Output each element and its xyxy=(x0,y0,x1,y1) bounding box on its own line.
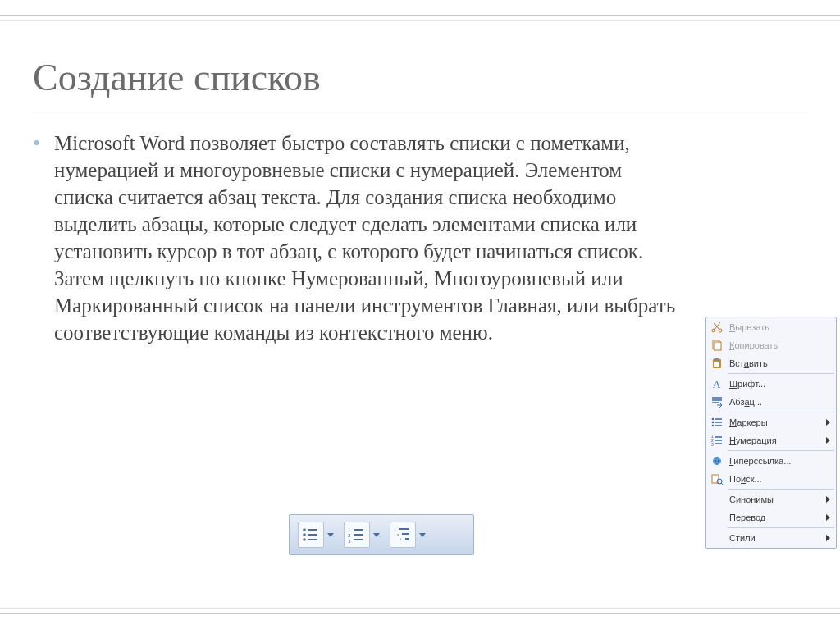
dropdown-arrow-icon[interactable] xyxy=(373,533,380,537)
svg-text:3: 3 xyxy=(348,538,351,545)
menu-label: Маркеры xyxy=(729,417,821,427)
svg-text:3: 3 xyxy=(711,442,714,447)
menu-label: Абзац... xyxy=(729,397,833,407)
slide: Создание списков Microsoft Word позволяе… xyxy=(0,0,840,629)
menu-separator xyxy=(728,527,834,528)
blank-icon xyxy=(710,510,724,525)
title-underline xyxy=(33,112,807,112)
list-toolbar: 1231ai xyxy=(289,514,474,555)
menu-label: Нумерация xyxy=(729,435,821,445)
bulleted-list-icon xyxy=(298,522,324,548)
context-menu: ВырезатьКопироватьВставитьAШрифт...Абзац… xyxy=(705,317,837,549)
svg-point-18 xyxy=(303,533,306,536)
submenu-arrow-icon xyxy=(826,437,830,444)
submenu-arrow-icon xyxy=(826,514,830,521)
menu-item-вставить[interactable]: Вставить xyxy=(706,354,836,372)
dropdown-arrow-icon[interactable] xyxy=(419,533,426,537)
menu-separator xyxy=(728,489,834,490)
paragraph-icon xyxy=(710,394,724,409)
slide-title: Создание списков xyxy=(33,56,321,99)
menu-separator xyxy=(728,450,834,451)
menu-label: Вставить xyxy=(729,358,833,368)
bullets-icon xyxy=(710,415,724,430)
svg-point-19 xyxy=(303,538,306,541)
svg-text:A: A xyxy=(713,378,721,390)
decorative-rule-bottom xyxy=(0,608,840,614)
menu-item-синонимы[interactable]: Синонимы xyxy=(706,490,836,508)
svg-rect-5 xyxy=(714,358,719,361)
bulleted-list-button[interactable] xyxy=(298,520,334,549)
svg-text:i: i xyxy=(400,537,402,541)
bullet-list: Microsoft Word позволяет быстро составля… xyxy=(33,130,681,346)
blank-icon xyxy=(710,492,724,507)
svg-point-9 xyxy=(712,422,714,424)
svg-point-17 xyxy=(303,528,306,531)
font-icon: A xyxy=(710,376,724,391)
menu-separator xyxy=(728,373,834,374)
numbered-list-button[interactable]: 123 xyxy=(344,520,380,549)
blank-icon xyxy=(710,531,724,545)
submenu-arrow-icon xyxy=(826,419,830,426)
numbering-icon: 123 xyxy=(710,433,724,448)
menu-separator xyxy=(728,412,834,412)
menu-item-гиперссылка[interactable]: Гиперссылка... xyxy=(706,452,836,470)
svg-text:a: a xyxy=(397,532,399,536)
menu-item-перевод[interactable]: Перевод xyxy=(706,508,836,526)
svg-rect-3 xyxy=(714,342,721,350)
decorative-rule-top xyxy=(0,15,840,21)
bullet-item: Microsoft Word позволяет быстро составля… xyxy=(33,130,681,346)
hyperlink-icon xyxy=(710,454,724,468)
svg-point-8 xyxy=(712,418,714,421)
submenu-arrow-icon xyxy=(826,496,830,503)
menu-item-шрифт[interactable]: AШрифт... xyxy=(706,375,836,393)
menu-label: Синонимы xyxy=(729,495,821,504)
menu-item-нумерация[interactable]: 123Нумерация xyxy=(706,431,836,449)
multilevel-list-button[interactable]: 1ai xyxy=(390,520,426,549)
menu-label: Копировать xyxy=(729,340,833,350)
menu-item-поиск[interactable]: Поиск... xyxy=(706,470,836,488)
paste-icon xyxy=(710,356,724,371)
menu-item-вырезать: Вырезать xyxy=(706,318,836,336)
svg-rect-15 xyxy=(712,475,719,483)
menu-label: Вырезать xyxy=(729,322,833,332)
menu-item-копировать: Копировать xyxy=(706,336,836,354)
dropdown-arrow-icon[interactable] xyxy=(327,533,334,537)
slide-body: Microsoft Word позволяет быстро составля… xyxy=(33,130,681,346)
copy-icon xyxy=(710,338,724,353)
multilevel-list-icon: 1ai xyxy=(390,522,416,548)
submenu-arrow-icon xyxy=(826,535,830,541)
scissors-icon xyxy=(710,320,724,335)
svg-point-10 xyxy=(712,425,714,427)
menu-item-стили[interactable]: Стили xyxy=(706,529,836,547)
svg-rect-6 xyxy=(714,362,719,367)
numbered-list-icon: 123 xyxy=(344,522,370,548)
search-icon xyxy=(710,472,724,486)
menu-item-абзац[interactable]: Абзац... xyxy=(706,393,836,411)
menu-item-маркеры[interactable]: Маркеры xyxy=(706,413,836,431)
menu-label: Поиск... xyxy=(729,474,833,484)
menu-label: Гиперссылка... xyxy=(729,456,833,466)
menu-label: Шрифт... xyxy=(729,379,833,389)
menu-label: Стили xyxy=(729,533,821,543)
menu-label: Перевод xyxy=(729,513,821,522)
svg-text:1: 1 xyxy=(394,526,396,531)
